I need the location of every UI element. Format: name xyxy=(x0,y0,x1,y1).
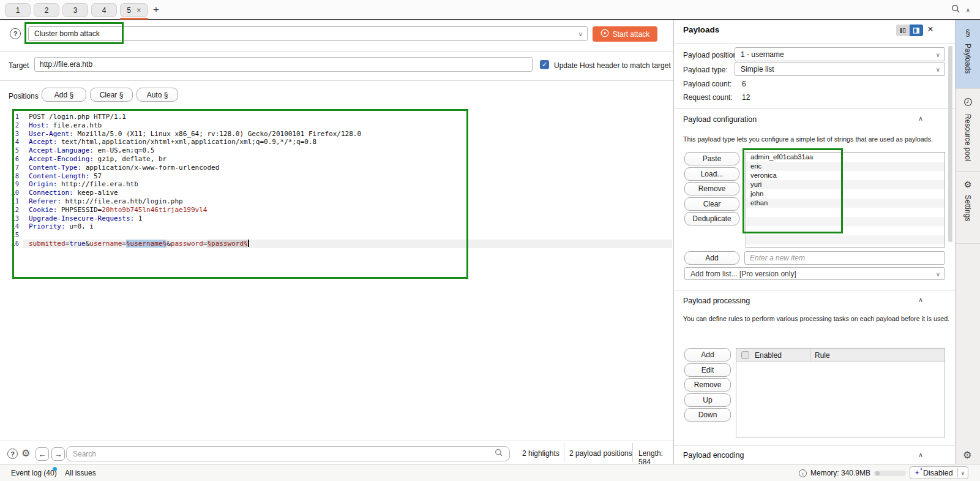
tab-label: 3 xyxy=(73,6,78,15)
editor-search-input[interactable]: Search xyxy=(66,446,510,461)
auto-section-button[interactable]: Auto § xyxy=(137,88,178,102)
new-payload-input[interactable]: Enter a new item xyxy=(744,251,945,265)
tab-4[interactable]: 4 xyxy=(91,3,117,17)
tab-3[interactable]: 3 xyxy=(62,3,88,17)
request-line[interactable]: 1POST /login.php HTTP/1.1 xyxy=(0,113,672,121)
request-line[interactable]: 7Content-Type: application/x-www-form-ur… xyxy=(0,164,672,172)
request-line[interactable]: 10Connection: keep-alive xyxy=(0,189,672,197)
payload-configuration-title[interactable]: Payload configuration xyxy=(683,115,757,124)
close-panel-icon[interactable]: × xyxy=(927,23,933,36)
side-tab-settings[interactable]: ⚙ Settings xyxy=(956,172,980,244)
processing-up-button[interactable]: Up xyxy=(684,393,731,407)
payload-encoding-title[interactable]: Payload encoding xyxy=(683,451,744,460)
close-tab-icon[interactable]: × xyxy=(137,6,141,14)
payload-item[interactable]: eric xyxy=(746,162,944,171)
processing-edit-button[interactable]: Edit xyxy=(684,363,731,377)
line-number: 7 xyxy=(0,164,23,172)
tab-5-active[interactable]: 5 × xyxy=(120,3,148,17)
request-line[interactable]: 4Accept: text/html,application/xhtml+xml… xyxy=(0,138,672,146)
scrollbar[interactable] xyxy=(948,46,952,242)
new-tab-button[interactable]: + xyxy=(153,4,159,16)
layout-columns-icon[interactable] xyxy=(896,25,910,36)
processing-down-button[interactable]: Down xyxy=(684,408,731,422)
add-from-list-label: Add from list... [Pro version only] xyxy=(690,270,796,278)
divider xyxy=(632,443,633,462)
payload-count-label: Payload count: xyxy=(683,80,731,88)
request-line[interactable]: 11Referer: http://file.era.htb/login.php xyxy=(0,197,672,206)
prev-match-button[interactable]: ← xyxy=(36,447,49,461)
payload-item[interactable]: yuri xyxy=(746,180,944,189)
payload-list[interactable]: admin_ef01cab31aa eric veronica yuri joh… xyxy=(746,152,945,248)
chevron-down-icon[interactable]: ∨ xyxy=(961,470,965,476)
ai-disabled-button[interactable]: ✦✦ Disabled ∨ xyxy=(910,466,968,479)
payload-item[interactable]: veronica xyxy=(746,171,944,180)
start-attack-button[interactable]: Start attack xyxy=(593,26,657,42)
payload-item[interactable]: admin_ef01cab31aa xyxy=(746,153,944,162)
panel-divider[interactable] xyxy=(673,20,674,464)
remove-button[interactable]: Remove xyxy=(684,182,739,195)
tab-label: 4 xyxy=(102,6,107,15)
request-line[interactable]: 15 xyxy=(0,231,672,240)
request-line[interactable]: 9Origin: http://file.era.htb xyxy=(0,180,672,189)
paste-button[interactable]: Paste xyxy=(684,152,739,165)
add-section-button[interactable]: Add § xyxy=(42,88,86,102)
tab-2[interactable]: 2 xyxy=(34,3,59,17)
processing-remove-button[interactable]: Remove xyxy=(684,378,731,392)
next-match-button[interactable]: → xyxy=(51,447,65,461)
attack-type-dropdown[interactable]: Cluster bomb attack ∨ xyxy=(28,26,588,41)
target-input[interactable]: http://file.era.htb xyxy=(34,57,533,72)
all-issues-button[interactable]: All issues xyxy=(65,469,96,477)
select-all-checkbox[interactable] xyxy=(741,351,749,359)
panel-layout-toggle xyxy=(896,25,923,36)
request-editor[interactable]: 1POST /login.php HTTP/1.12Host: file.era… xyxy=(0,113,672,248)
code-segment: submitted xyxy=(29,240,65,248)
request-line[interactable]: 3User-Agent: Mozilla/5.0 (X11; Linux x86… xyxy=(0,130,672,138)
payload-item[interactable]: ethan xyxy=(746,199,944,208)
collapse-section-icon[interactable]: ∧ xyxy=(918,115,923,123)
help-icon[interactable]: ? xyxy=(7,449,18,459)
chevron-down-icon: ∨ xyxy=(578,31,583,37)
load-button[interactable]: Load... xyxy=(684,167,739,181)
collapse-section-icon[interactable]: ∧ xyxy=(918,296,923,304)
side-tab-strip: § Payloads Resource pool ⚙ Settings xyxy=(956,20,980,464)
payload-position-value: 1 - username xyxy=(741,50,784,59)
code-segment: = xyxy=(122,240,126,248)
processing-add-button[interactable]: Add xyxy=(684,348,731,362)
code-segment: §username§ xyxy=(126,240,166,248)
request-line[interactable]: 5Accept-Language: en-US,en;q=0.5 xyxy=(0,146,672,155)
side-tab-payloads[interactable]: § Payloads xyxy=(956,20,980,89)
update-host-checkbox[interactable]: ✓ xyxy=(540,60,549,69)
request-line[interactable]: 8Content-Length: 57 xyxy=(0,172,672,181)
help-icon[interactable]: ? xyxy=(10,28,21,39)
request-line[interactable]: 13Upgrade-Insecure-Requests: 1 xyxy=(0,214,672,223)
line-number: 12 xyxy=(0,206,23,214)
event-log-button[interactable]: Event log (40) xyxy=(11,469,57,477)
collapse-section-icon[interactable]: ∧ xyxy=(918,451,923,459)
payload-position-dropdown[interactable]: 1 - username∨ xyxy=(735,47,945,61)
request-line[interactable]: 2Host: file.era.htb xyxy=(0,121,672,130)
request-line[interactable]: 12Cookie: PHPSESSID=20hto9b745ln46tirjae… xyxy=(0,206,672,214)
intruder-settings-gear-icon[interactable]: ⚙ xyxy=(963,450,971,460)
request-line[interactable]: 6Accept-Encoding: gzip, deflate, br xyxy=(0,155,672,164)
section-sign-icon: § xyxy=(965,29,970,37)
search-icon[interactable] xyxy=(951,4,960,16)
code-segment: Accept-Language: xyxy=(29,146,94,154)
add-payload-button[interactable]: Add xyxy=(684,251,739,265)
side-tab-resource-pool[interactable]: Resource pool xyxy=(956,89,980,172)
gear-icon[interactable]: ⚙ xyxy=(21,449,30,458)
payload-item[interactable]: john xyxy=(746,189,944,199)
deduplicate-button[interactable]: Deduplicate xyxy=(684,212,739,225)
collapse-panel-icon[interactable]: ∧ xyxy=(966,7,970,13)
code-segment: Origin: xyxy=(29,180,57,188)
payload-type-dropdown[interactable]: Simple list∨ xyxy=(735,62,945,76)
layout-side-panel-icon[interactable] xyxy=(910,25,923,36)
request-line[interactable]: 14Priority: u=0, i xyxy=(0,222,672,231)
payload-processing-title[interactable]: Payload processing xyxy=(683,297,750,305)
clear-section-button[interactable]: Clear § xyxy=(90,88,133,102)
code-segment: password xyxy=(171,240,203,248)
tab-1[interactable]: 1 xyxy=(5,3,31,17)
add-from-list-dropdown[interactable]: Add from list... [Pro version only] ∨ xyxy=(684,267,945,280)
clear-button[interactable]: Clear xyxy=(684,197,739,211)
request-line[interactable]: 16submitted=true&username=§username§&pas… xyxy=(0,240,672,248)
divider xyxy=(674,445,955,446)
